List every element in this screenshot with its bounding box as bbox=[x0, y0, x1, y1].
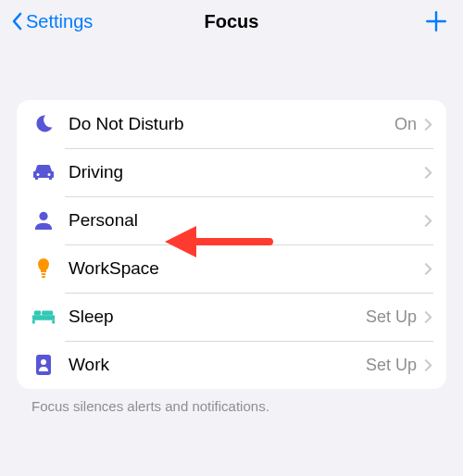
lightbulb-icon bbox=[30, 255, 57, 282]
svg-point-2 bbox=[37, 173, 40, 176]
chevron-right-icon bbox=[424, 213, 433, 228]
svg-rect-6 bbox=[42, 276, 45, 278]
svg-rect-8 bbox=[32, 320, 35, 324]
row-label: Personal bbox=[69, 210, 417, 231]
row-label: Driving bbox=[69, 162, 417, 182]
row-label: Work bbox=[69, 355, 366, 375]
chevron-right-icon bbox=[424, 261, 433, 276]
chevron-right-icon bbox=[424, 117, 433, 132]
chevron-left-icon bbox=[9, 10, 24, 32]
back-label: Settings bbox=[26, 11, 93, 32]
focus-row-driving[interactable]: Driving bbox=[17, 148, 446, 196]
id-badge-icon bbox=[30, 351, 57, 379]
focus-row-workspace[interactable]: WorkSpace bbox=[17, 244, 446, 293]
svg-rect-7 bbox=[32, 315, 55, 320]
row-label: Sleep bbox=[69, 307, 366, 327]
focus-row-do-not-disturb[interactable]: Do Not Disturb On bbox=[17, 100, 446, 148]
focus-list: Do Not Disturb On Driving Personal WorkS… bbox=[17, 100, 446, 389]
person-icon bbox=[30, 207, 57, 234]
svg-rect-5 bbox=[42, 273, 46, 275]
navbar: Settings Focus bbox=[0, 0, 463, 43]
svg-rect-9 bbox=[52, 320, 55, 324]
row-label: Do Not Disturb bbox=[69, 114, 394, 134]
svg-rect-10 bbox=[34, 311, 41, 316]
row-label: WorkSpace bbox=[69, 258, 417, 279]
add-button[interactable] bbox=[422, 7, 450, 35]
focus-row-sleep[interactable]: Sleep Set Up bbox=[17, 293, 446, 341]
moon-icon bbox=[30, 110, 57, 138]
bed-icon bbox=[30, 303, 57, 331]
svg-rect-11 bbox=[42, 311, 53, 316]
car-icon bbox=[30, 158, 57, 186]
row-status: On bbox=[394, 115, 417, 134]
footer-caption: Focus silences alerts and notifications. bbox=[31, 398, 463, 414]
focus-row-personal[interactable]: Personal bbox=[17, 196, 446, 244]
chevron-right-icon bbox=[424, 357, 433, 372]
back-button[interactable]: Settings bbox=[9, 10, 93, 32]
row-status: Set Up bbox=[366, 307, 417, 327]
row-status: Set Up bbox=[366, 356, 417, 375]
svg-point-3 bbox=[48, 173, 51, 176]
plus-icon bbox=[424, 9, 448, 33]
chevron-right-icon bbox=[424, 165, 433, 180]
chevron-right-icon bbox=[424, 309, 433, 324]
svg-point-13 bbox=[41, 359, 46, 365]
svg-point-4 bbox=[39, 212, 47, 220]
focus-row-work[interactable]: Work Set Up bbox=[17, 341, 446, 389]
